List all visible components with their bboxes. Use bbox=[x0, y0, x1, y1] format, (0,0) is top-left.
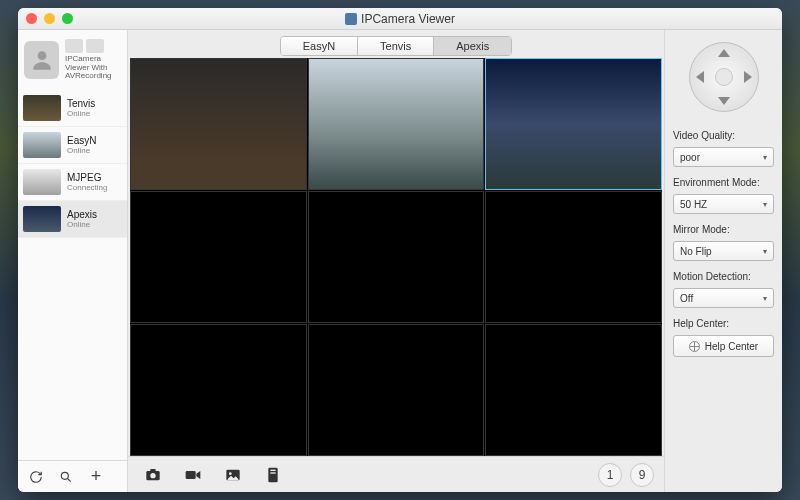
gallery-button[interactable] bbox=[218, 463, 248, 487]
camera-thumbnail bbox=[23, 206, 61, 232]
chevron-down-icon: ▾ bbox=[763, 200, 767, 209]
svg-point-3 bbox=[150, 473, 155, 478]
ptz-down-button[interactable] bbox=[718, 97, 730, 105]
tab-tenvis[interactable]: Tenvis bbox=[358, 37, 434, 55]
sidebar: IPCamera Viewer With AVRecording Tenvis … bbox=[18, 30, 128, 492]
camera-thumbnail bbox=[23, 95, 61, 121]
layout-1-button[interactable]: 1 bbox=[598, 463, 622, 487]
camera-status: Online bbox=[67, 109, 95, 118]
sidebar-toolbar: + bbox=[18, 460, 127, 492]
camera-name: MJPEG bbox=[67, 172, 107, 183]
camera-name: EasyN bbox=[67, 135, 96, 146]
sidebar-caption: IPCamera Viewer With AVRecording bbox=[65, 55, 121, 81]
video-quality-value: poor bbox=[680, 152, 700, 163]
grid-cell[interactable] bbox=[308, 58, 485, 190]
dpad bbox=[689, 42, 759, 112]
app-icon bbox=[345, 13, 357, 25]
ptz-center-button[interactable] bbox=[715, 68, 733, 86]
grid-cell[interactable] bbox=[485, 58, 662, 190]
ptz-right-button[interactable] bbox=[744, 71, 752, 83]
camera-list-item[interactable]: Tenvis Online bbox=[18, 90, 127, 127]
recordings-button[interactable] bbox=[258, 463, 288, 487]
grid-cell[interactable] bbox=[308, 324, 485, 456]
layout-9-button[interactable]: 9 bbox=[630, 463, 654, 487]
camera-thumbnail bbox=[23, 169, 61, 195]
help-center-label: Help Center: bbox=[673, 318, 774, 329]
ptz-control bbox=[673, 38, 774, 120]
settings-panel: Video Quality: poor ▾ Environment Mode: … bbox=[664, 30, 782, 492]
svg-rect-9 bbox=[270, 469, 275, 470]
mirror-mode-label: Mirror Mode: bbox=[673, 224, 774, 235]
grid-cell[interactable] bbox=[485, 191, 662, 323]
grid-cell[interactable] bbox=[130, 324, 307, 456]
camera-list-item[interactable]: Apexis Online bbox=[18, 201, 127, 238]
svg-rect-5 bbox=[186, 471, 196, 479]
chevron-down-icon: ▾ bbox=[763, 294, 767, 303]
search-button[interactable] bbox=[56, 467, 76, 487]
video-grid bbox=[130, 58, 662, 456]
titlebar: IPCamera Viewer bbox=[18, 8, 782, 30]
user-avatar[interactable] bbox=[24, 41, 59, 79]
camera-status: Connecting bbox=[67, 183, 107, 192]
record-button[interactable] bbox=[178, 463, 208, 487]
camera-tabs: EasyN Tenvis Apexis bbox=[280, 36, 513, 56]
grid-cell[interactable] bbox=[485, 324, 662, 456]
tab-easyn[interactable]: EasyN bbox=[281, 37, 358, 55]
window-title: IPCamera Viewer bbox=[18, 12, 782, 26]
camera-status: Online bbox=[67, 146, 96, 155]
chevron-down-icon: ▾ bbox=[763, 247, 767, 256]
globe-icon bbox=[689, 341, 700, 352]
content: IPCamera Viewer With AVRecording Tenvis … bbox=[18, 30, 782, 492]
environment-mode-label: Environment Mode: bbox=[673, 177, 774, 188]
grid-cell[interactable] bbox=[130, 58, 307, 190]
camera-thumbnail bbox=[23, 132, 61, 158]
svg-rect-10 bbox=[270, 472, 275, 473]
camera-name: Apexis bbox=[67, 209, 97, 220]
main: EasyN Tenvis Apexis bbox=[128, 30, 664, 492]
svg-point-1 bbox=[61, 472, 68, 479]
sidebar-header: IPCamera Viewer With AVRecording bbox=[18, 30, 127, 90]
camera-list: Tenvis Online EasyN Online MJPEG Conne bbox=[18, 90, 127, 460]
motion-detection-value: Off bbox=[680, 293, 693, 304]
bottom-toolbar: 1 9 bbox=[128, 456, 664, 492]
tab-apexis[interactable]: Apexis bbox=[434, 37, 511, 55]
add-button[interactable]: + bbox=[86, 467, 106, 487]
mirror-mode-value: No Flip bbox=[680, 246, 712, 257]
ptz-up-button[interactable] bbox=[718, 49, 730, 57]
window-title-text: IPCamera Viewer bbox=[361, 12, 455, 26]
grid-cell[interactable] bbox=[130, 191, 307, 323]
svg-point-0 bbox=[37, 51, 46, 60]
camera-type-icon[interactable] bbox=[65, 39, 83, 53]
video-quality-select[interactable]: poor ▾ bbox=[673, 147, 774, 167]
camera-status: Online bbox=[67, 220, 97, 229]
chevron-down-icon: ▾ bbox=[763, 153, 767, 162]
app-window: IPCamera Viewer IPCamera Viewer With AVR… bbox=[18, 8, 782, 492]
motion-detection-label: Motion Detection: bbox=[673, 271, 774, 282]
svg-rect-4 bbox=[150, 469, 155, 472]
video-quality-label: Video Quality: bbox=[673, 130, 774, 141]
help-center-text: Help Center bbox=[705, 341, 758, 352]
environment-mode-value: 50 HZ bbox=[680, 199, 707, 210]
camera-name: Tenvis bbox=[67, 98, 95, 109]
camera-list-item[interactable]: EasyN Online bbox=[18, 127, 127, 164]
svg-point-7 bbox=[229, 472, 232, 475]
mirror-mode-select[interactable]: No Flip ▾ bbox=[673, 241, 774, 261]
record-type-icon[interactable] bbox=[86, 39, 104, 53]
motion-detection-select[interactable]: Off ▾ bbox=[673, 288, 774, 308]
grid-cell[interactable] bbox=[308, 191, 485, 323]
tabbar: EasyN Tenvis Apexis bbox=[128, 30, 664, 56]
help-center-button[interactable]: Help Center bbox=[673, 335, 774, 357]
refresh-button[interactable] bbox=[26, 467, 46, 487]
ptz-left-button[interactable] bbox=[696, 71, 704, 83]
environment-mode-select[interactable]: 50 HZ ▾ bbox=[673, 194, 774, 214]
snapshot-button[interactable] bbox=[138, 463, 168, 487]
camera-list-item[interactable]: MJPEG Connecting bbox=[18, 164, 127, 201]
